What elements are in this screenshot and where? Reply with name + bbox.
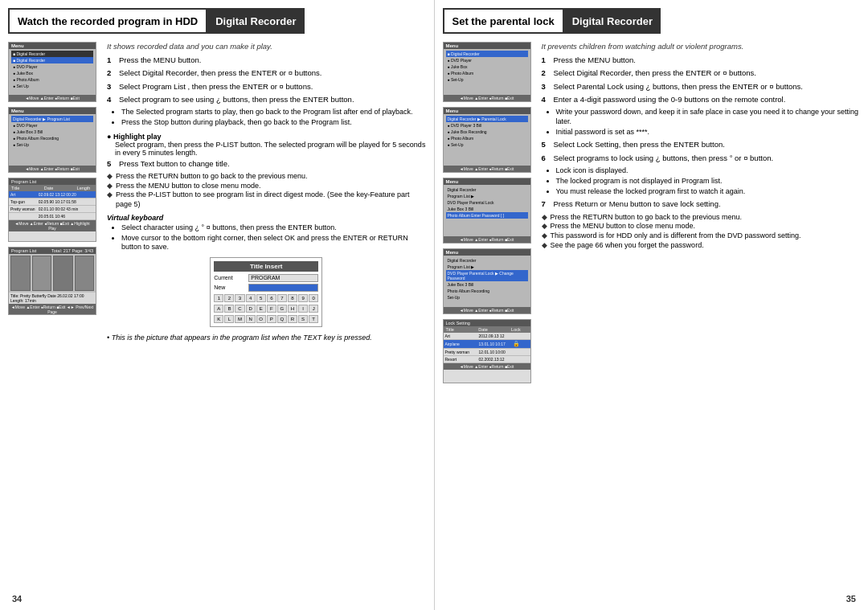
key-M[interactable]: M: [235, 315, 244, 323]
r-screen-changepwd: Menu Digital Recorder Program List ▶ DVD…: [443, 248, 531, 314]
key-6[interactable]: 6: [267, 294, 276, 302]
proglist-col-headers: Title Date Length: [9, 185, 96, 191]
progrow-4: 20.05.01 10:46: [9, 213, 96, 220]
r-step5: 5 Select Lock Setting, then press the EN…: [542, 140, 861, 149]
page-container: Watch the recorded program in HDD Digita…: [0, 0, 868, 610]
r-arrow3: ◆ This password is for HDD only and is d…: [542, 231, 861, 241]
progrow-3: Pretty woman 02.01.10 00:02 43 min: [9, 206, 96, 213]
arrow3: ◆ Press the P-LIST button to see program…: [107, 190, 426, 209]
key-E[interactable]: E: [256, 305, 266, 313]
right-section: Set the parental lock Digital Recorder M…: [435, 0, 869, 610]
thumb1: [10, 256, 31, 291]
key-J[interactable]: J: [309, 305, 318, 313]
ti-current-row: Current PROGRAM: [214, 274, 318, 282]
lockscreen-col-headers: Title Date Lock: [444, 326, 530, 333]
key-8[interactable]: 8: [288, 294, 297, 302]
s2-item3: ● Juke Box 3 Bill: [11, 129, 93, 135]
vk-bullet1: Select character using ¿ ° ¤ buttons, th…: [121, 223, 426, 233]
s2-item5: ● Set-Up: [11, 141, 93, 148]
left-screenshots: Menu ■ Digital Recorder ■ Digital Record…: [8, 42, 100, 342]
key-R[interactable]: R: [288, 315, 297, 323]
step2: 2 Select Digital Recorder, then press th…: [107, 68, 426, 78]
key-0[interactable]: 0: [309, 294, 318, 302]
screen2-body: Digital Recorder ▶ Program List ● DVD Pl…: [9, 114, 96, 166]
key-H[interactable]: H: [288, 305, 297, 313]
key-4[interactable]: 4: [246, 294, 256, 302]
key-P[interactable]: P: [267, 315, 276, 323]
key-3[interactable]: 3: [235, 294, 244, 302]
r-s4-su: Set-Up: [446, 294, 528, 301]
lockrow-2: Airplane 13.01.10 10:17 🔒: [444, 340, 530, 349]
key-7[interactable]: 7: [277, 294, 287, 302]
right-page-num: 35: [846, 594, 856, 604]
thumb2: [32, 256, 52, 291]
r-bullet-4-1: Write your password down, and keep it in…: [556, 108, 861, 126]
r-step6: 6 Select programs to lock using ¿ button…: [542, 154, 861, 163]
proglist-bottom: ◄Move ▲Enter ●Return ■Exit ▲Highlight Pl…: [9, 220, 96, 231]
right-header: Set the parental lock Digital Recorder: [443, 8, 861, 34]
key-Q[interactable]: Q: [277, 315, 287, 323]
bullet-4-2: Press the Stop button during playback, t…: [121, 118, 426, 128]
s1-item4: ● Photo Album: [11, 76, 93, 83]
lockrow-3: Pretty woman 12.01.10 10:00: [444, 349, 530, 356]
left-instructions: It shows recorded data and you can make …: [107, 42, 426, 342]
r-bullet-4-2: Initial password is set as ****.: [556, 128, 861, 137]
r-s1-title: Menu: [444, 43, 530, 49]
progrow-1: Art 02.09.02 13:12 00:20: [9, 191, 96, 199]
ti-new-row: New: [214, 284, 318, 292]
lockscreen-bottom: ◄Move ▲Enter ●Return ■Exit: [444, 363, 530, 370]
kb-row3: K L M N O P Q R S T: [214, 315, 318, 323]
r-s4-bottom: ◄Move ▲Enter ●Return ■Exit: [444, 307, 530, 313]
key-N[interactable]: N: [246, 315, 256, 323]
r-s4-jb: Juke Box 3 Bill: [446, 281, 528, 288]
r-s3-dvd: DVD Player Parental Lock: [446, 199, 528, 206]
r-bullet-6-2: The locked program is not displayed in P…: [556, 177, 861, 186]
ti-new-input[interactable]: [248, 284, 318, 292]
key-I[interactable]: I: [298, 305, 308, 313]
r-s3-bottom: ◄Move ▲Enter ●Return ■Exit: [444, 236, 530, 243]
right-header-main: Set the parental lock: [443, 8, 564, 34]
key-1[interactable]: 1: [214, 294, 223, 302]
key-2[interactable]: 2: [224, 294, 234, 302]
key-9[interactable]: 9: [298, 294, 308, 302]
key-L[interactable]: L: [224, 315, 234, 323]
left-page-num: 34: [12, 594, 22, 604]
key-B[interactable]: B: [224, 305, 234, 313]
r-s4-pl2: DVD Player Parental Lock ▶ Change Passwo…: [446, 270, 528, 281]
s1-item5: ● Set Up: [11, 83, 93, 89]
key-5[interactable]: 5: [256, 294, 266, 302]
r-s1-item2: ● DVD Player: [446, 57, 528, 63]
step4: 4 Select program to see using ¿ buttons,…: [107, 95, 426, 104]
r-s1-bottom: ◄Move ▲Enter ●Return ■Exit: [444, 95, 530, 101]
r-step2: 2 Select Digital Recorder, then press th…: [542, 68, 861, 78]
ti-header: Title Insert: [214, 261, 318, 272]
r-s4-dr: Digital Recorder: [446, 257, 528, 264]
key-C[interactable]: C: [235, 305, 244, 313]
thumb4: [75, 256, 95, 291]
r-arrow4: ◆ See the page 66 when you forget the pa…: [542, 241, 861, 251]
key-O[interactable]: O: [256, 315, 266, 323]
s2-item1: Digital Recorder ▶ Program List: [11, 116, 93, 122]
key-A[interactable]: A: [214, 305, 223, 313]
r-screen-password: Menu Digital Recorder Program List ▶ DVD…: [443, 178, 531, 244]
right-arrows: ◆ Press the RETURN button to go back to …: [542, 213, 861, 251]
key-T[interactable]: T: [309, 315, 318, 323]
screen-proglist: Program List Title Date Length Art 02.09…: [8, 178, 96, 242]
proglist2-info: Title: Pretty Butterfly Date 26.02.02 17…: [9, 293, 96, 304]
r-s2-body: Digital Recorder ▶ Parental Lock ● DVD P…: [444, 114, 530, 166]
r-s1-item5: ● Set-Up: [446, 76, 528, 83]
key-G[interactable]: G: [277, 305, 287, 313]
r-s4-pl: Program List ▶: [446, 264, 528, 270]
key-F[interactable]: F: [267, 305, 276, 313]
r-s2-title: Menu: [444, 108, 530, 114]
key-D[interactable]: D: [246, 305, 256, 313]
key-S[interactable]: S: [298, 315, 308, 323]
r-s2-item4: ● Photo Album: [446, 135, 528, 141]
key-K[interactable]: K: [214, 315, 223, 323]
highlight-play-section: ● Highlight play Select program, then pr…: [107, 131, 426, 157]
lock-icon-2: 🔒: [513, 341, 529, 347]
s2-item2: ● DVD Player: [11, 122, 93, 129]
screen2-title: Menu: [9, 108, 96, 114]
screen-menu1: Menu ■ Digital Recorder ■ Digital Record…: [8, 42, 96, 102]
r-screen-locklist: Lock Setting Title Date Lock Art 2012.09…: [443, 319, 531, 383]
